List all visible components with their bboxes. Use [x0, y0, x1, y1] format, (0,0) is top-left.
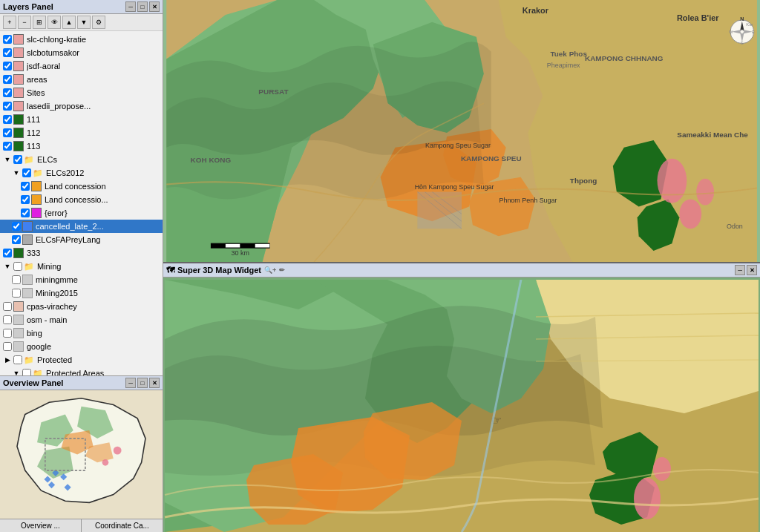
- group-protected-areas[interactable]: ▼ 📁 Protected Areas: [0, 367, 163, 375]
- layer-item-slcbotumsakor[interactable]: slcbotumsakor: [0, 46, 163, 59]
- layer-checkbox-333[interactable]: [3, 249, 12, 257]
- layer-item-cancelled-late[interactable]: cancelled_late_2...: [0, 220, 163, 233]
- overview-minimize-btn[interactable]: ─: [125, 378, 136, 388]
- layer-checkbox-google[interactable]: [3, 342, 12, 351]
- layer-checkbox-cpas-virachey[interactable]: [3, 302, 12, 311]
- layer-checkbox-mining[interactable]: [13, 262, 22, 271]
- overview-btn[interactable]: Overview ...: [0, 519, 82, 532]
- layer-checkbox-jsdf-aoral[interactable]: [3, 62, 12, 70]
- overview-map-content: [0, 390, 163, 519]
- super3d-minimize-btn[interactable]: ─: [735, 265, 745, 275]
- maximize-btn[interactable]: □: [137, 1, 148, 12]
- layer-item-osm-main[interactable]: osm - main: [0, 313, 163, 326]
- layer-item-111[interactable]: 111: [0, 113, 163, 126]
- layer-item-lasedii[interactable]: lasedii_propose...: [0, 99, 163, 113]
- layer-label-lasedii: lasedii_propose...: [27, 102, 91, 111]
- overview-close-btn[interactable]: ✕: [149, 378, 160, 388]
- layer-item-113[interactable]: 113: [0, 139, 163, 153]
- layer-color-sites: [13, 88, 24, 98]
- svg-marker-57: [364, 402, 462, 480]
- remove-layer-icon[interactable]: −: [18, 16, 31, 29]
- layer-label-osm-main: osm - main: [27, 315, 67, 324]
- overview-maximize-btn[interactable]: □: [137, 378, 148, 388]
- group-elcs[interactable]: ▼ 📁 ELCs: [0, 153, 163, 166]
- layer-label-land-concession: Land concession: [45, 182, 106, 191]
- close-btn[interactable]: ✕: [149, 1, 160, 12]
- filter-icon[interactable]: ⊞: [33, 16, 46, 29]
- folder-elcs-icon: 📁: [24, 154, 34, 165]
- layer-checkbox-protected[interactable]: [13, 355, 22, 364]
- layer-checkbox-cancelled-late[interactable]: [12, 222, 21, 231]
- expand-elcs-icon[interactable]: ▼: [3, 155, 12, 164]
- layer-checkbox-112[interactable]: [3, 128, 12, 137]
- svg-point-6: [114, 447, 122, 455]
- super3d-map-viewport[interactable]: ☞: [163, 280, 760, 532]
- layer-item-miningmme[interactable]: miningmme: [0, 273, 163, 286]
- layer-color-miningmme: [22, 275, 33, 285]
- layer-checkbox-sites[interactable]: [3, 88, 12, 97]
- svg-rect-33: [226, 243, 240, 248]
- layer-item-areas[interactable]: areas: [0, 73, 163, 86]
- settings-icon[interactable]: ⚙: [92, 16, 105, 29]
- layer-item-sites[interactable]: Sites: [0, 86, 163, 99]
- layer-checkbox-land-concession2[interactable]: [21, 195, 30, 204]
- group-protected[interactable]: ▶ 📁 Protected: [0, 353, 163, 367]
- overview-map-svg: [0, 390, 163, 519]
- expand-protected-icon[interactable]: ▶: [3, 355, 12, 364]
- layer-color-jsdf-aoral: [13, 61, 24, 71]
- layer-checkbox-lasedii[interactable]: [3, 102, 12, 111]
- layer-checkbox-elcsfa[interactable]: [12, 235, 21, 244]
- layer-item-land-concession[interactable]: Land concession: [0, 180, 163, 193]
- layer-checkbox-protected-areas[interactable]: [22, 369, 31, 375]
- add-layer-icon[interactable]: +: [3, 16, 16, 29]
- svg-point-60: [634, 478, 661, 519]
- app-container: Layers Panel ─ □ ✕ + − ⊞ 👁 ▲ ▼ ⚙: [0, 0, 760, 532]
- expand-mining-icon[interactable]: ▼: [3, 262, 12, 271]
- svg-rect-32: [211, 243, 226, 248]
- layer-checkbox-slc-chlong-kratie[interactable]: [3, 35, 12, 44]
- layers-panel-title: Layers Panel: [3, 2, 53, 11]
- layer-checkbox-areas[interactable]: [3, 75, 12, 84]
- layer-checkbox-113[interactable]: [3, 142, 12, 151]
- layer-item-slc-chlong-kratie[interactable]: slc-chlong-kratie: [0, 33, 163, 46]
- layer-item-jsdf-aoral[interactable]: jsdf-aoral: [0, 59, 163, 73]
- layer-label-elcs: ELCs: [37, 155, 57, 164]
- minimize-btn[interactable]: ─: [125, 1, 136, 12]
- layer-label-bing: bing: [27, 329, 42, 338]
- layer-color-113: [13, 141, 24, 151]
- layer-item-error[interactable]: {error}: [0, 206, 163, 220]
- svg-text:E: E: [752, 30, 755, 34]
- layer-checkbox-osm-main[interactable]: [3, 315, 12, 324]
- group-elcs2012[interactable]: ▼ 📁 ELCs2012: [0, 166, 163, 180]
- layer-item-mining2015[interactable]: Mining2015: [0, 286, 163, 300]
- layer-item-elcsfa[interactable]: ELCsFAPreyLang: [0, 233, 163, 246]
- layer-checkbox-slcbotumsakor[interactable]: [3, 48, 12, 57]
- expand-protected-areas-icon[interactable]: ▼: [12, 369, 21, 375]
- layer-checkbox-land-concession[interactable]: [21, 182, 30, 191]
- layer-item-333[interactable]: 333: [0, 246, 163, 260]
- layer-label-jsdf-aoral: jsdf-aoral: [27, 62, 60, 70]
- layer-checkbox-miningmme[interactable]: [12, 275, 21, 284]
- layer-checkbox-bing[interactable]: [3, 329, 12, 338]
- layer-item-google[interactable]: google: [0, 340, 163, 353]
- expand-elcs2012-icon[interactable]: ▼: [12, 168, 21, 177]
- move-down-icon[interactable]: ▼: [77, 16, 91, 29]
- layer-color-slc-chlong-kratie: [13, 34, 24, 45]
- eye-icon[interactable]: 👁: [48, 16, 61, 29]
- layer-item-land-concession2[interactable]: Land concessio...: [0, 193, 163, 206]
- coordinate-btn[interactable]: Coordinate Ca...: [82, 519, 163, 532]
- top-map[interactable]: Krakor Rolea B'ier PURSAT Tuek Phos Phea…: [163, 0, 760, 263]
- layer-checkbox-mining2015[interactable]: [12, 289, 21, 298]
- group-mining[interactable]: ▼ 📁 Mining: [0, 260, 163, 273]
- layer-checkbox-elcs2012[interactable]: [22, 168, 31, 177]
- move-up-icon[interactable]: ▲: [62, 16, 76, 29]
- layer-checkbox-elcs[interactable]: [13, 155, 22, 164]
- layer-label-protected-areas: Protected Areas: [46, 369, 104, 375]
- layer-checkbox-111[interactable]: [3, 115, 12, 124]
- layer-item-cpas-virachey[interactable]: cpas-virachey: [0, 300, 163, 313]
- layer-item-bing[interactable]: bing: [0, 326, 163, 340]
- layer-checkbox-error[interactable]: [21, 208, 30, 217]
- super3d-close-btn[interactable]: ✕: [747, 265, 757, 275]
- layer-item-112[interactable]: 112: [0, 126, 163, 139]
- layer-label-elcsfa: ELCsFAPreyLang: [36, 235, 100, 244]
